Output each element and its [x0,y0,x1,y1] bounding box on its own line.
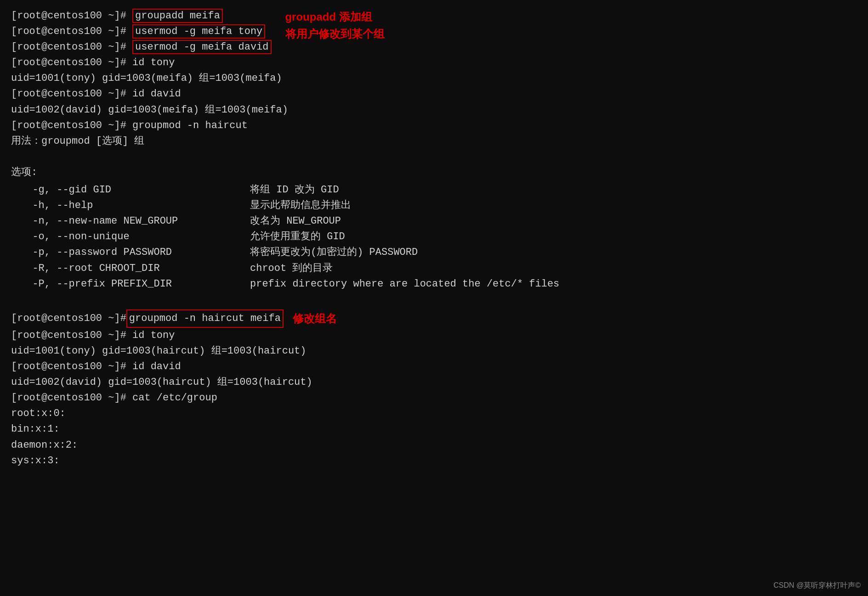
line-tony-haircut: uid=1001(tony) gid=1003(haircut) 组=1003(… [11,343,857,359]
line-3: [root@centos100 ~]# usermod -g meifa dav… [11,39,272,55]
line-id-tony2: [root@centos100 ~]# id tony [11,328,857,343]
opt-h: -h, --help 显示此帮助信息并推出 [20,198,857,214]
line-1: [root@centos100 ~]# groupadd meifa [11,8,272,24]
line-root: root:x:0: [11,406,857,422]
line-8: [root@centos100 ~]# groupmod -n haircut [11,118,857,134]
line-4: [root@centos100 ~]# id tony [11,55,857,71]
line-options-header: 选项: [11,165,857,180]
line-sys: sys:x:3: [11,453,857,469]
opt-n: -n, --new-name NEW_GROUP 改名为 NEW_GROUP [20,214,857,229]
redbox-usermod1: usermod -g meifa tony [132,24,265,39]
terminal: [root@centos100 ~]# groupadd meifa [root… [11,8,857,469]
line-groupmod-rename: [root@centos100 ~]# groupmod -n haircut … [11,309,857,328]
opt-o: -o, --non-unique 允许使用重复的 GID [20,229,857,245]
line-id-david2: [root@centos100 ~]# id david [11,359,857,375]
line-daemon: daemon:x:2: [11,438,857,453]
empty-2 [11,294,857,309]
opt-R: -R, --root CHROOT_DIR chroot 到的目录 [20,261,857,276]
redbox-usermod2: usermod -g meifa david [132,40,271,54]
line-9: 用法：groupmod [选项] 组 [11,134,857,149]
annotation-rename: 修改组名 [293,310,337,327]
annotation-groupadd: groupadd 添加组 将用户修改到某个组 [285,8,385,42]
empty-1 [11,149,857,165]
opt-g: -g, --gid GID 将组 ID 改为 GID [20,182,857,198]
options-table: -g, --gid GID 将组 ID 改为 GID -h, --help 显示… [20,182,857,292]
watermark: CSDN @莫听穿林打叶声© [773,580,861,591]
line-bin: bin:x:1: [11,422,857,437]
line-6: [root@centos100 ~]# id david [11,86,857,102]
opt-p: -p, --password PASSWORD 将密码更改为(加密过的) PAS… [20,245,857,260]
line-david-haircut: uid=1002(david) gid=1003(haircut) 组=1003… [11,375,857,390]
redbox-groupadd: groupadd meifa [132,9,223,23]
line-5: uid=1001(tony) gid=1003(meifa) 组=1003(me… [11,71,857,86]
opt-P: -P, --prefix PREFIX_DIR prefix directory… [20,276,857,292]
line-7: uid=1002(david) gid=1003(meifa) 组=1003(m… [11,102,857,118]
line-2: [root@centos100 ~]# usermod -g meifa ton… [11,24,272,39]
line-cat-group: [root@centos100 ~]# cat /etc/group [11,390,857,406]
redbox-groupmod: groupmod -n haircut meifa [126,309,284,328]
